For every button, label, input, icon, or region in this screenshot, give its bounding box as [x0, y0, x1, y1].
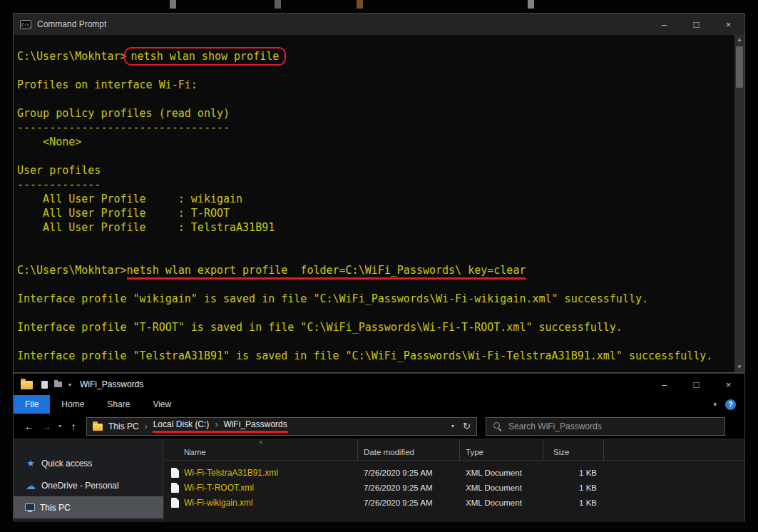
file-date-modified: 7/26/2020 9:25 AM: [358, 484, 460, 492]
star-icon: [25, 458, 36, 469]
file-size: 1 KB: [543, 484, 604, 492]
cmd-minimize-button[interactable]: –: [648, 14, 680, 35]
cmd-line: User profiles: [17, 163, 732, 178]
ribbon-tab-bar: FileHomeShareView ▾ ?: [14, 395, 744, 414]
cmd-line: [17, 249, 732, 263]
cmd-line: <None>: [17, 135, 732, 149]
forward-icon[interactable]: →: [38, 421, 55, 432]
back-icon[interactable]: ←: [21, 421, 38, 432]
refresh-icon[interactable]: ↻: [463, 421, 471, 431]
qat-new-folder-icon[interactable]: [54, 382, 62, 387]
column-header-label: Date modified: [364, 448, 414, 456]
explorer-body: Quick accessOneDrive - PersonalThis PC N…: [14, 439, 744, 522]
cmd-line: [17, 235, 732, 249]
sort-ascending-icon: ^: [259, 440, 262, 447]
column-header-type[interactable]: Type: [460, 439, 543, 460]
breadcrumb-separator-icon: ›: [215, 419, 217, 429]
file-name-cell: Wi-Fi-T-ROOT.xml: [164, 483, 358, 493]
cmd-text: Profiles on interface Wi-Fi:: [17, 78, 198, 91]
file-name-cell: Wi-Fi-TelstraA31B91.xml: [164, 468, 358, 478]
sidebar-item-label: Quick access: [41, 459, 92, 469]
column-header-name[interactable]: Name^: [164, 439, 358, 460]
recent-locations-icon[interactable]: ▾: [55, 423, 65, 429]
sidebar-item-onedrive-personal[interactable]: OneDrive - Personal: [14, 474, 163, 496]
expand-ribbon-icon[interactable]: ▾: [713, 401, 717, 408]
file-type: XML Document: [460, 469, 543, 477]
cmd-line: ---------------------------------: [17, 121, 732, 135]
address-folder-icon: [93, 424, 103, 431]
file-size: 1 KB: [543, 498, 604, 507]
breadcrumb-item-this-pc[interactable]: This PC: [108, 421, 140, 431]
cmd-text: Interface profile "TelstraA31B91" is sav…: [17, 349, 712, 362]
sidebar-item-this-pc[interactable]: This PC: [14, 496, 163, 518]
ribbon-tab-share[interactable]: Share: [96, 395, 141, 414]
scroll-down-icon[interactable]: ▼: [734, 362, 744, 372]
cmd-line: All User Profile : TelstraA31B91: [17, 220, 732, 235]
file-list-panel: Name^Date modifiedTypeSize Wi-Fi-Telstra…: [163, 439, 744, 522]
explorer-maximize-button[interactable]: □: [680, 374, 712, 395]
cmd-output: C:\Users\Mokhtar>netsh wlan show profile…: [14, 35, 744, 363]
breadcrumb-item-wifi-passwords[interactable]: WiFi_Passwords: [222, 419, 287, 429]
file-name-cell: Wi-Fi-wikigain.xml: [164, 498, 358, 508]
column-header-date-modified[interactable]: Date modified: [358, 439, 460, 460]
qat-properties-icon[interactable]: [41, 381, 48, 389]
explorer-sidebar: Quick accessOneDrive - PersonalThis PC: [14, 439, 163, 522]
explorer-close-button[interactable]: ×: [712, 374, 744, 395]
cmd-line: [17, 149, 732, 163]
cmd-text: All User Profile : TelstraA31B91: [17, 221, 275, 234]
file-row[interactable]: Wi-Fi-wikigain.xml7/26/2020 9:25 AMXML D…: [164, 495, 744, 510]
file-row[interactable]: Wi-Fi-T-ROOT.xml7/26/2020 9:25 AMXML Doc…: [164, 480, 744, 495]
column-header-label: Type: [466, 448, 483, 456]
cmd-text: User profiles: [17, 164, 101, 177]
cmd-scrollbar[interactable]: ▲ ▼: [734, 35, 744, 372]
address-bar[interactable]: This PC › Local Disk (C:) › WiFi_Passwor…: [86, 417, 477, 436]
cmd-text: Group policy profiles (read only): [17, 107, 230, 120]
sidebar-item-label: This PC: [40, 503, 71, 513]
file-size: 1 KB: [543, 469, 604, 477]
cmd-scrollbar-thumb[interactable]: [736, 46, 743, 88]
search-box[interactable]: [486, 417, 725, 436]
explorer-minimize-button[interactable]: –: [648, 374, 680, 395]
explorer-title-bar[interactable]: ▾ WiFi_Passwords – □ ×: [14, 374, 744, 395]
cloud-icon: [25, 480, 36, 491]
cmd-line: All User Profile : wikigain: [17, 192, 732, 206]
cmd-text: Interface profile "wikigain" is saved in…: [17, 292, 648, 305]
cmd-close-button[interactable]: ×: [712, 14, 744, 35]
ribbon-right-controls: ▾ ?: [713, 395, 744, 414]
file-date-modified: 7/26/2020 9:25 AM: [358, 498, 460, 507]
cmd-line: [17, 63, 732, 78]
ribbon-tab-file[interactable]: File: [14, 395, 50, 414]
cmd-text: C:\Users\Mokhtar>: [17, 264, 127, 277]
cmd-line: [17, 92, 732, 106]
cmd-text: All User Profile : T-ROOT: [17, 207, 230, 220]
cmd-line: Interface profile "T-ROOT" is saved in f…: [17, 320, 732, 334]
scroll-up-icon[interactable]: ▲: [734, 35, 744, 45]
address-bar-right: ▾ ↻: [451, 421, 471, 431]
up-icon[interactable]: ↑: [65, 421, 82, 432]
column-header-label: Size: [553, 448, 569, 456]
cmd-line: [17, 334, 732, 349]
cmd-line: -------------: [17, 178, 732, 192]
address-dropdown-icon[interactable]: ▾: [451, 423, 454, 429]
file-row[interactable]: Wi-Fi-TelstraA31B91.xml7/26/2020 9:25 AM…: [164, 465, 744, 480]
command-prompt-window: Command Prompt – □ × C:\Users\Mokhtar>ne…: [13, 13, 745, 373]
cmd-text: Interface profile "T-ROOT" is saved in f…: [17, 321, 623, 334]
ribbon-tab-view[interactable]: View: [141, 395, 183, 414]
breadcrumb-item-local-disk-c[interactable]: Local Disk (C:): [153, 419, 210, 429]
file-list-rows: Wi-Fi-TelstraA31B91.xml7/26/2020 9:25 AM…: [164, 465, 744, 510]
sidebar-item-quick-access[interactable]: Quick access: [14, 452, 163, 474]
xml-file-icon: [171, 498, 179, 508]
file-name: Wi-Fi-wikigain.xml: [184, 498, 253, 508]
cmd-line: Group policy profiles (read only): [17, 106, 732, 121]
background-window-icon: [170, 0, 176, 9]
column-header-size[interactable]: Size: [543, 439, 604, 460]
cmd-title-bar[interactable]: Command Prompt – □ ×: [14, 14, 744, 35]
cmd-text: <None>: [17, 135, 81, 148]
ribbon-tab-home[interactable]: Home: [50, 395, 96, 414]
search-input[interactable]: [507, 421, 718, 432]
cmd-line: C:\Users\Mokhtar>netsh wlan export profi…: [17, 263, 732, 277]
help-icon[interactable]: ?: [725, 399, 736, 410]
qat-dropdown-icon[interactable]: ▾: [68, 382, 71, 388]
cmd-line: All User Profile : T-ROOT: [17, 206, 732, 220]
cmd-maximize-button[interactable]: □: [680, 14, 712, 35]
